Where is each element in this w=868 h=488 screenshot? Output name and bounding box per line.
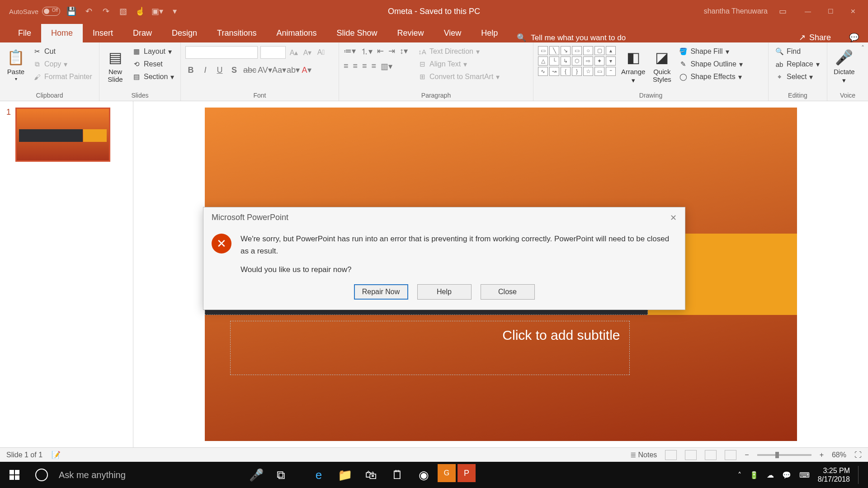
normal-view-icon[interactable] (665, 450, 677, 460)
tab-insert[interactable]: Insert (83, 24, 123, 42)
task-mic-icon[interactable]: 🎤 (244, 464, 269, 486)
indent-button[interactable]: ⇥ (388, 46, 395, 57)
select-button[interactable]: ⌖Select▾ (773, 71, 821, 82)
onedrive-icon[interactable]: ☁ (767, 471, 774, 479)
picture-icon[interactable]: ▣▾ (151, 5, 163, 17)
section-button[interactable]: ▤Section▾ (130, 71, 176, 82)
tab-animations[interactable]: Animations (266, 24, 326, 42)
shape-brace-l-icon[interactable]: { (561, 67, 571, 76)
strike-button[interactable]: abc (243, 66, 254, 75)
tell-me-search[interactable]: 🔍 Tell me what you want to do (508, 33, 790, 42)
reset-button[interactable]: ⟲Reset (130, 59, 176, 70)
close-button[interactable]: Close (481, 284, 535, 300)
chrome-icon[interactable]: ◉ (411, 464, 436, 486)
quick-styles-button[interactable]: ◪ Quick Styles (651, 46, 673, 85)
edge-icon[interactable]: e (307, 464, 331, 486)
shape-curve-icon[interactable]: ∿ (538, 67, 548, 76)
text-direction-button[interactable]: ↕AText Direction▾ (416, 46, 501, 57)
notes-icon[interactable]: 📝 (52, 450, 61, 459)
start-button[interactable] (0, 462, 29, 488)
grow-font-icon[interactable]: A▴ (288, 48, 299, 57)
align-text-button[interactable]: ⊟Align Text▾ (416, 59, 501, 70)
user-name[interactable]: shantha Thenuwara (704, 7, 768, 15)
shape-blockarrow-icon[interactable]: ⇨ (583, 56, 593, 66)
italic-button[interactable]: I (200, 66, 211, 75)
store-icon[interactable]: 🛍 (359, 464, 383, 486)
share-button[interactable]: ↗ Share (790, 33, 840, 42)
tab-draw[interactable]: Draw (123, 24, 162, 42)
shape-more-up-icon[interactable]: ▴ (606, 46, 616, 55)
outdent-button[interactable]: ⇤ (377, 46, 384, 57)
save-icon[interactable]: 💾 (66, 5, 77, 17)
spacing-button[interactable]: AV▾ (258, 65, 269, 75)
zoom-in-button[interactable]: + (820, 451, 824, 459)
bullets-button[interactable]: ≔▾ (344, 46, 356, 57)
font-size-select[interactable] (260, 46, 286, 59)
thumbnail-panel[interactable]: 1 (0, 101, 133, 471)
tab-design[interactable]: Design (162, 24, 207, 42)
powerpoint-icon[interactable]: P (458, 464, 476, 482)
shape-triangle-icon[interactable]: △ (538, 56, 548, 66)
slide-thumbnail[interactable] (15, 108, 110, 162)
pdf-icon[interactable]: G (438, 464, 456, 482)
columns-button[interactable]: ▥▾ (381, 61, 392, 71)
font-color-button[interactable]: A▾ (301, 65, 312, 75)
keyboard-icon[interactable]: ⌨ (799, 471, 810, 479)
zoom-slider[interactable] (757, 454, 811, 456)
maximize-button[interactable]: ☐ (820, 4, 841, 19)
zoom-out-button[interactable]: − (745, 451, 749, 459)
numbering-button[interactable]: ⒈▾ (360, 46, 373, 57)
align-left-button[interactable]: ≡ (344, 61, 349, 71)
shape-textbox-icon[interactable]: ▭ (538, 46, 548, 55)
justify-button[interactable]: ≡ (372, 61, 377, 71)
shape-connector-icon[interactable]: ↝ (549, 67, 559, 76)
fit-window-icon[interactable]: ⛶ (854, 451, 862, 459)
subtitle-placeholder[interactable]: Click to add subtitle (230, 321, 630, 375)
qat-more-icon[interactable]: ▾ (169, 5, 180, 17)
slideshow-view-icon[interactable] (725, 450, 736, 460)
shape-action-icon[interactable]: ▭ (594, 67, 604, 76)
align-right-button[interactable]: ≡ (362, 61, 367, 71)
new-slide-button[interactable]: ▤ New Slide (104, 46, 127, 85)
sorter-view-icon[interactable] (685, 450, 697, 460)
cut-button[interactable]: ✂Cut (31, 46, 94, 57)
autosave-toggle[interactable]: AutoSave Off (9, 7, 60, 16)
minimize-button[interactable]: — (797, 4, 818, 19)
reading-view-icon[interactable] (705, 450, 717, 460)
case-button[interactable]: Aa▾ (272, 65, 283, 75)
tab-help[interactable]: Help (471, 24, 508, 42)
format-painter-button[interactable]: 🖌Format Painter (31, 71, 94, 82)
bold-button[interactable]: B (185, 66, 196, 75)
tab-transitions[interactable]: Transitions (207, 24, 266, 42)
shapes-gallery[interactable]: ▭ ╲ ↘ ▭ ○ ▢ ▴ △ └ ↳ ⬡ ⇨ ✦ ▾ ∿ ↝ { } ☆ ▭ (538, 46, 616, 76)
shape-oval-icon[interactable]: ○ (583, 46, 593, 55)
dialog-close-button[interactable]: ✕ (670, 213, 677, 223)
dictate-button[interactable]: 🎤 Dictate▾ (832, 46, 857, 86)
action-center-icon[interactable]: 💬 (782, 471, 791, 479)
clear-format-icon[interactable]: A⃠ (316, 48, 326, 56)
shape-more-down-icon[interactable]: ▾ (606, 56, 616, 66)
arrange-button[interactable]: ◧ Arrange▾ (619, 46, 647, 86)
shape-star5-icon[interactable]: ☆ (583, 67, 593, 76)
task-view-icon[interactable]: ⧉ (269, 464, 293, 486)
cortana-button[interactable] (29, 469, 54, 481)
shape-hex-icon[interactable]: ⬡ (572, 56, 582, 66)
smartart-button[interactable]: ⊞Convert to SmartArt▾ (416, 71, 501, 82)
shape-elbow-icon[interactable]: └ (549, 56, 559, 66)
undo-icon[interactable]: ↶ (83, 5, 94, 17)
clock[interactable]: 3:25 PM 8/17/2018 (818, 466, 850, 483)
shape-effects-button[interactable]: ◯Shape Effects▾ (677, 71, 744, 82)
shape-outline-button[interactable]: ✎Shape Outline▾ (677, 59, 744, 70)
help-button[interactable]: Help (417, 284, 472, 300)
font-family-select[interactable] (185, 46, 258, 59)
touch-icon[interactable]: ☝ (134, 5, 146, 17)
highlight-button[interactable]: ab▾ (287, 65, 297, 75)
shape-more-icon[interactable]: ⁼ (606, 67, 616, 76)
tab-slideshow[interactable]: Slide Show (327, 24, 387, 42)
shape-star-icon[interactable]: ✦ (594, 56, 604, 66)
shape-arrow-icon[interactable]: ↳ (561, 56, 571, 66)
shrink-font-icon[interactable]: A▾ (302, 48, 313, 57)
shape-fill-button[interactable]: 🪣Shape Fill▾ (677, 46, 744, 57)
line-spacing-button[interactable]: ↕▾ (400, 46, 408, 57)
close-window-button[interactable]: ✕ (843, 4, 863, 19)
